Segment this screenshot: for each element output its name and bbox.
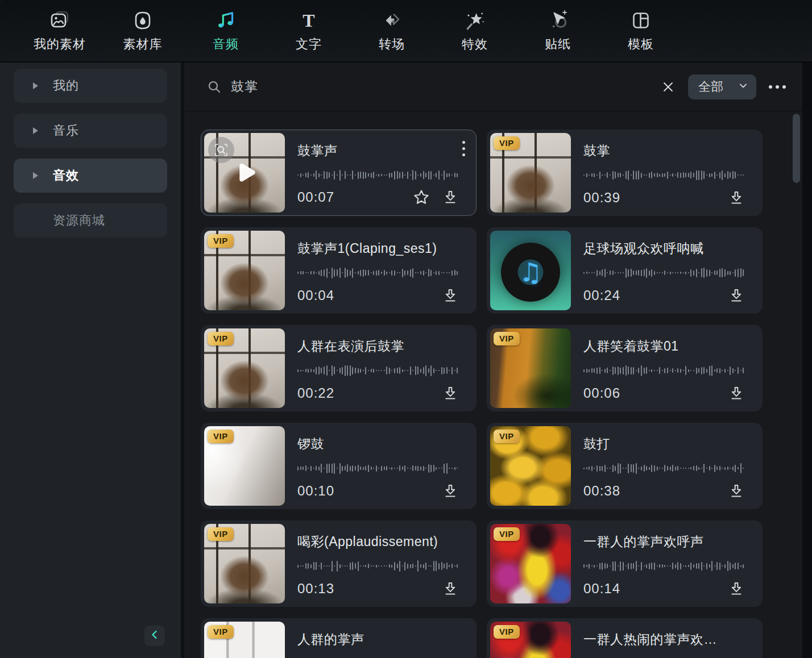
chevron-down-icon [738, 81, 748, 93]
favorite-star-icon[interactable] [413, 189, 430, 206]
audio-card[interactable]: VIP鼓掌00:39 [487, 130, 763, 216]
my-media-icon [48, 9, 71, 32]
audio-duration: 00:24 [583, 288, 620, 303]
vip-badge: VIP [494, 136, 520, 150]
vinyl-disc-icon: ♫ [501, 243, 560, 302]
audio-card[interactable]: VIP鼓打00:38 [487, 423, 763, 509]
more-options-icon[interactable] [769, 85, 786, 89]
audio-card[interactable]: VIP喝彩(Applaudissement)00:13 [201, 520, 477, 607]
tab-template[interactable]: 模板 [603, 5, 679, 57]
vip-badge: VIP [494, 527, 520, 541]
svg-text:T: T [303, 10, 314, 31]
audio-waveform [297, 168, 458, 182]
audio-card[interactable]: 鼓掌声00:07 [201, 130, 477, 216]
tab-sticker[interactable]: 贴纸 [520, 5, 596, 57]
search-icon [207, 80, 222, 94]
audio-duration: 00:39 [583, 190, 620, 206]
audio-card[interactable]: VIP一群人的掌声欢呼声00:14 [487, 520, 763, 607]
download-icon[interactable] [442, 288, 458, 303]
edge-strip [802, 63, 812, 658]
vip-badge: VIP [208, 430, 234, 443]
audio-waveform [583, 168, 744, 182]
kebab-menu-icon[interactable] [462, 141, 465, 156]
audio-waveform [583, 363, 744, 378]
filter-selected-value: 全部 [698, 78, 723, 95]
vip-badge: VIP [494, 430, 520, 443]
audio-thumbnail[interactable] [204, 133, 285, 213]
music-note-icon: ♫ [519, 257, 542, 288]
tab-text[interactable]: T文字 [271, 5, 347, 57]
search-input[interactable] [231, 79, 662, 94]
download-icon[interactable] [728, 385, 744, 401]
audio-thumbnail[interactable]: VIP [204, 328, 285, 408]
audio-waveform [583, 461, 744, 476]
sidebar-items: 我的音乐音效资源商城 [0, 69, 181, 238]
download-icon[interactable] [728, 483, 744, 499]
sidebar-item-1[interactable]: 音乐 [14, 114, 167, 148]
tab-stock-media[interactable]: 素材库 [105, 5, 181, 57]
chevron-right-icon [33, 127, 38, 134]
audio-duration: 00:14 [583, 581, 620, 597]
download-icon[interactable] [442, 189, 458, 205]
audio-title: 鼓掌声1(Claping_ses1) [297, 240, 458, 257]
audio-thumbnail[interactable]: VIP [204, 426, 285, 506]
audio-card[interactable]: VIP锣鼓00:10 [201, 423, 477, 509]
audio-thumbnail[interactable]: VIP [204, 622, 285, 658]
tab-transition[interactable]: 转场 [354, 5, 430, 57]
chevron-right-icon [33, 82, 38, 89]
collapse-sidebar-button[interactable] [144, 626, 165, 646]
audio-card[interactable]: VIP人群的掌声 [201, 618, 477, 658]
audio-title: 一群人的掌声欢呼声 [583, 533, 744, 551]
download-icon[interactable] [728, 581, 744, 597]
filter-dropdown[interactable]: 全部 [688, 74, 756, 99]
audio-duration: 00:06 [583, 385, 620, 401]
tab-audio[interactable]: 音频 [188, 5, 264, 57]
tab-my-media[interactable]: 我的素材 [22, 5, 98, 57]
play-icon[interactable] [228, 157, 261, 192]
audio-card[interactable]: VIP一群人热闹的掌声欢呼声 [487, 618, 763, 658]
sidebar-item-3[interactable]: 资源商城 [14, 203, 167, 238]
download-icon[interactable] [442, 385, 458, 401]
audio-thumbnail[interactable]: VIP [204, 524, 285, 603]
tab-effects[interactable]: 特效 [437, 5, 513, 57]
audio-thumbnail[interactable]: ♫ [490, 231, 571, 310]
audio-waveform [297, 559, 458, 573]
audio-title: 一群人热闹的掌声欢呼声 [583, 631, 744, 648]
audio-thumbnail[interactable]: VIP [490, 328, 571, 408]
audio-card[interactable]: VIP鼓掌声1(Claping_ses1)00:04 [201, 227, 477, 314]
audio-results-grid: 鼓掌声00:07VIP鼓掌00:39VIP鼓掌声1(Claping_ses1)0… [201, 130, 812, 658]
audio-thumbnail[interactable]: VIP [204, 231, 285, 310]
download-icon[interactable] [728, 190, 744, 206]
sidebar: 我的音乐音效资源商城 [0, 63, 181, 658]
sidebar-item-2[interactable]: 音效 [14, 159, 167, 193]
vip-badge: VIP [208, 332, 234, 345]
clear-search-icon[interactable] [662, 81, 674, 93]
vip-badge: VIP [494, 625, 520, 639]
scrollbar-thumb[interactable] [793, 114, 800, 183]
effects-icon [463, 9, 487, 32]
audio-duration: 00:22 [297, 385, 334, 401]
audio-card[interactable]: VIP人群笑着鼓掌0100:06 [487, 325, 763, 411]
vip-badge: VIP [494, 332, 520, 345]
sidebar-item-0[interactable]: 我的 [14, 69, 167, 103]
search-bar: 全部 [184, 63, 812, 111]
transition-icon [380, 9, 404, 32]
audio-thumbnail[interactable]: VIP [490, 524, 571, 603]
results-panel: 全部 鼓掌声00:07VIP鼓掌00:39VIP鼓掌声1(Claping_ses… [181, 63, 812, 658]
audio-duration: 00:04 [297, 288, 334, 303]
audio-card[interactable]: ♫足球场观众欢呼呐喊00:24 [487, 227, 763, 314]
download-icon[interactable] [728, 288, 744, 303]
audio-title: 鼓打 [583, 435, 744, 453]
audio-thumbnail[interactable]: VIP [490, 426, 571, 506]
audio-title: 足球场观众欢呼呐喊 [583, 240, 744, 257]
audio-thumbnail[interactable]: VIP [490, 622, 571, 658]
vip-badge: VIP [208, 234, 234, 248]
audio-duration: 00:13 [297, 581, 334, 597]
audio-icon [214, 9, 238, 32]
audio-card[interactable]: VIP人群在表演后鼓掌00:22 [201, 325, 477, 411]
stock-media-icon [131, 9, 154, 32]
download-icon[interactable] [442, 483, 458, 499]
audio-thumbnail[interactable]: VIP [490, 133, 571, 213]
audio-title: 鼓掌 [583, 142, 744, 160]
download-icon[interactable] [442, 581, 458, 597]
